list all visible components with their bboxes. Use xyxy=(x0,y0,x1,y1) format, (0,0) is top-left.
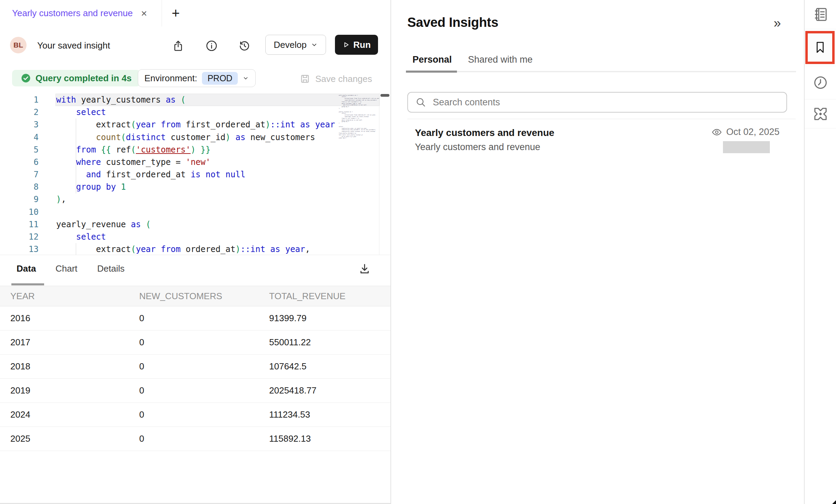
table-cell: 2016 xyxy=(10,306,30,330)
run-label: Run xyxy=(353,40,371,50)
history-icon[interactable] xyxy=(237,39,251,53)
line-number: 5 xyxy=(0,144,39,156)
query-status-pill: Query completed in 4s xyxy=(12,70,140,86)
editor-scrollbar-thumb[interactable] xyxy=(380,94,389,97)
line-number: 11 xyxy=(0,218,39,231)
table-cell: 91399.79 xyxy=(269,306,306,330)
editor-tab-bar: Yearly customers and revenue × + xyxy=(0,0,390,27)
table-cell: 2025 xyxy=(10,427,30,451)
screen-corner-mark xyxy=(832,500,836,504)
table-cell: 2025418.77 xyxy=(269,379,316,402)
clock-icon[interactable] xyxy=(805,66,836,99)
insight-title: Your saved insight xyxy=(37,27,110,65)
table-row: 2016091399.79 xyxy=(0,306,390,330)
sql-editor[interactable]: 1with yearly_customers as (2 select3 ext… xyxy=(0,93,390,255)
right-icon-rail xyxy=(804,0,836,504)
tab-yearly-customers-and-revenue[interactable]: Yearly customers and revenue × xyxy=(0,0,162,27)
code-line: 11yearly_revenue as ( xyxy=(0,218,379,231)
line-number: 9 xyxy=(0,193,39,206)
table-cell: 0 xyxy=(139,379,144,402)
item-date: Oct 02, 2025 xyxy=(726,127,779,137)
minimap-code: with yearly_customers as ( select extrac… xyxy=(339,94,351,139)
status-row: Query completed in 4s Environment: PROD … xyxy=(0,65,390,93)
tabs-track xyxy=(406,71,796,72)
indent-guide xyxy=(76,118,76,193)
line-number: 1 xyxy=(0,94,39,106)
develop-label: Develop xyxy=(274,40,306,50)
insights-tab-shared-with-me[interactable]: Shared with me xyxy=(468,54,533,65)
run-button[interactable]: Run xyxy=(335,35,378,55)
item-title: Yearly customers and revenue xyxy=(415,127,554,138)
search-icon xyxy=(416,97,426,107)
code-line: 2 select xyxy=(0,106,379,118)
table-header-row: YEARNEW_CUSTOMERSTOTAL_REVENUE xyxy=(0,286,390,306)
column-header: NEW_CUSTOMERS xyxy=(139,286,222,306)
chevron-down-icon xyxy=(243,75,249,81)
code-line: 13 extract(year from ordered_at)::int as… xyxy=(0,243,379,255)
download-icon[interactable] xyxy=(358,263,372,276)
bookmark-rail-cell xyxy=(805,29,836,66)
table-cell: 2018 xyxy=(10,355,30,378)
table-cell: 2024 xyxy=(10,403,30,427)
line-number: 6 xyxy=(0,156,39,168)
table-cell: 0 xyxy=(139,330,144,354)
bookmark-icon[interactable] xyxy=(805,31,835,64)
share-icon[interactable] xyxy=(171,39,185,53)
table-row: 201902025418.77 xyxy=(0,379,390,403)
results-tab-data[interactable]: Data xyxy=(17,263,36,274)
save-changes-label: Save changes xyxy=(315,74,372,84)
info-icon[interactable] xyxy=(205,39,218,53)
results-tab-chart[interactable]: Chart xyxy=(55,263,78,274)
line-number: 4 xyxy=(0,131,39,144)
environment-label: Environment: xyxy=(144,73,197,84)
editor-minimap[interactable]: with yearly_customers as ( select extrac… xyxy=(339,94,379,232)
search-contents-box[interactable] xyxy=(407,92,787,113)
insights-tab-personal[interactable]: Personal xyxy=(412,54,452,65)
table-cell: 115892.13 xyxy=(269,427,311,451)
code-line: 10 xyxy=(0,206,379,218)
line-number: 2 xyxy=(0,106,39,118)
item-placeholder-block xyxy=(723,141,770,153)
close-tab-icon[interactable]: × xyxy=(141,8,147,19)
code-line: 9), xyxy=(0,193,379,206)
insight-list-item[interactable]: Yearly customers and revenueYearly custo… xyxy=(407,124,796,158)
table-row: 20240111234.53 xyxy=(0,403,390,427)
check-circle-icon xyxy=(21,73,31,83)
column-header: YEAR xyxy=(10,286,35,306)
collapse-panel-icon[interactable]: » xyxy=(774,17,781,30)
panel-title: Saved Insights xyxy=(407,15,498,30)
minimap-divider xyxy=(379,93,379,255)
table-cell: 0 xyxy=(139,427,144,451)
dbt-icon[interactable] xyxy=(805,99,836,128)
insights-list: Yearly customers and revenueYearly custo… xyxy=(407,124,796,158)
notebook-icon[interactable] xyxy=(805,0,836,29)
code-line: 7 and first_ordered_at is not null xyxy=(0,168,379,181)
code-line: 6 where customer_type = 'new' xyxy=(0,156,379,168)
query-status-text: Query completed in 4s xyxy=(35,73,132,84)
develop-dropdown-button[interactable]: Develop xyxy=(265,35,326,55)
active-tab-underline xyxy=(11,283,44,285)
play-icon xyxy=(342,41,350,49)
line-number: 3 xyxy=(0,118,39,131)
table-row: 20250115892.13 xyxy=(0,427,390,451)
environment-dropdown[interactable]: Environment: PROD xyxy=(138,69,256,87)
new-tab-button[interactable]: + xyxy=(165,0,187,27)
saved-insights-panel: Saved Insights » PersonalShared with me … xyxy=(391,0,804,504)
indent-guide xyxy=(76,243,76,255)
tab-title: Yearly customers and revenue xyxy=(12,8,133,19)
search-input[interactable] xyxy=(432,97,779,108)
insight-header: BL Your saved insight Develop Run xyxy=(0,27,390,65)
line-number: 8 xyxy=(0,181,39,193)
list-divider xyxy=(407,119,796,119)
column-header: TOTAL_REVENUE xyxy=(269,286,346,306)
results-tab-bar: DataChartDetails xyxy=(0,255,390,286)
code-line: 4 count(distinct customer_id) as new_cus… xyxy=(0,131,379,144)
line-number: 13 xyxy=(0,243,39,255)
code-line: 8 group by 1 xyxy=(0,181,379,193)
app-window: Yearly customers and revenue × + BL Your… xyxy=(0,0,836,504)
save-changes-button[interactable]: Save changes xyxy=(299,65,372,93)
eye-icon xyxy=(712,127,722,137)
item-subtitle: Yearly customers and revenue xyxy=(415,142,540,153)
chevron-down-icon xyxy=(311,41,318,48)
results-tab-details[interactable]: Details xyxy=(97,263,124,274)
